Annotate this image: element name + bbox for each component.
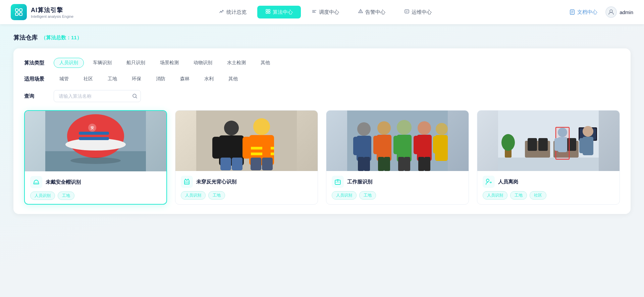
algo-card-header-workwear: 工作服识别 bbox=[332, 176, 463, 188]
svg-point-115 bbox=[486, 179, 489, 182]
filter-tag-scene-other[interactable]: 其他 bbox=[223, 74, 244, 84]
svg-rect-47 bbox=[232, 158, 243, 170]
algo-card-workwear[interactable]: 工作服识别 人员识别 工地 bbox=[326, 110, 469, 205]
filter-tag-person[interactable]: 人员识别 bbox=[54, 58, 84, 68]
filter-tag-type-other[interactable]: 其他 bbox=[255, 58, 276, 68]
filter-tag-forest[interactable]: 森林 bbox=[174, 74, 195, 84]
algo-tag-workwear-0: 人员识别 bbox=[332, 191, 357, 200]
algo-card-header-vest: 未穿反光背心识别 bbox=[181, 176, 312, 188]
app-title: AI算法引擎 bbox=[31, 6, 73, 14]
svg-point-75 bbox=[436, 123, 448, 135]
admin-area[interactable]: admin bbox=[605, 6, 633, 18]
svg-rect-1 bbox=[19, 9, 22, 11]
svg-rect-66 bbox=[386, 136, 391, 154]
svg-point-67 bbox=[397, 120, 412, 135]
algo-card-img-helmet: 安 bbox=[25, 111, 166, 171]
algo-tag-leaving-0: 人员识别 bbox=[483, 191, 507, 200]
svg-point-48 bbox=[253, 118, 270, 135]
algo-card-tags-person-leaving: 人员识别 工地 社区 bbox=[483, 191, 614, 200]
filter-tag-site[interactable]: 工地 bbox=[102, 74, 123, 84]
svg-point-59 bbox=[357, 122, 371, 136]
schedule-icon bbox=[312, 9, 317, 15]
svg-rect-65 bbox=[373, 136, 379, 154]
stats-icon bbox=[219, 9, 224, 15]
doc-center-link[interactable]: 文档中心 bbox=[569, 9, 597, 15]
nav-ops-label: 运维中心 bbox=[412, 9, 432, 15]
nav-alert-label: 告警中心 bbox=[365, 9, 385, 15]
filter-section: 算法类型 人员识别 车辆识别 船只识别 场景检测 动物识别 水土检测 其他 适用… bbox=[24, 58, 620, 102]
filter-tag-ship[interactable]: 船只识别 bbox=[121, 58, 151, 68]
svg-point-9 bbox=[221, 12, 222, 13]
svg-rect-85 bbox=[424, 157, 430, 171]
logo-area: AI算法引擎 Intelligent analysis Engine bbox=[11, 4, 85, 20]
svg-rect-54 bbox=[251, 158, 261, 170]
svg-rect-55 bbox=[262, 158, 273, 170]
algo-tag-leaving-1: 工地 bbox=[510, 191, 527, 200]
svg-rect-61 bbox=[353, 137, 359, 155]
algo-tag-helmet-1: 工地 bbox=[58, 192, 74, 200]
svg-rect-83 bbox=[404, 157, 410, 171]
svg-rect-20 bbox=[405, 10, 409, 13]
filter-tag-fire[interactable]: 消防 bbox=[150, 74, 171, 84]
algo-type-label: 算法类型 bbox=[24, 60, 48, 66]
filter-tag-city[interactable]: 城管 bbox=[54, 74, 74, 84]
svg-rect-81 bbox=[384, 157, 390, 171]
filter-tag-water[interactable]: 水利 bbox=[199, 74, 219, 84]
nav-item-stats[interactable]: 统计总览 bbox=[211, 6, 255, 18]
header: AI算法引擎 Intelligent analysis Engine 统计总览 bbox=[0, 0, 644, 24]
filter-tag-soil[interactable]: 水土检测 bbox=[221, 58, 252, 68]
algo-card-info-helmet: 未戴安全帽识别 人员识别 工地 bbox=[25, 171, 166, 204]
filter-tag-scene[interactable]: 场景检测 bbox=[154, 58, 184, 68]
filter-tag-community[interactable]: 社区 bbox=[78, 74, 99, 84]
algo-card-header-helmet: 未戴安全帽识别 bbox=[30, 176, 161, 188]
admin-name: admin bbox=[620, 9, 633, 15]
search-button[interactable] bbox=[132, 93, 138, 99]
page-title: 算法仓库 （算法总数：11） bbox=[13, 34, 631, 42]
nav-item-schedule[interactable]: 调度中心 bbox=[304, 6, 347, 18]
filter-tag-vehicle[interactable]: 车辆识别 bbox=[87, 58, 117, 68]
algo-type-filter-row: 算法类型 人员识别 车辆识别 船只识别 场景检测 动物识别 水土检测 其他 bbox=[24, 58, 620, 68]
search-input[interactable] bbox=[54, 90, 141, 102]
svg-point-107 bbox=[558, 128, 567, 137]
algo-card-info-vest: 未穿反光背心识别 人员识别 工地 bbox=[175, 171, 318, 204]
svg-point-63 bbox=[377, 121, 391, 135]
svg-rect-13 bbox=[266, 12, 268, 13]
algo-card-vest[interactable]: 未穿反光背心识别 人员识别 工地 bbox=[175, 110, 318, 205]
logo-text: AI算法引擎 Intelligent analysis Engine bbox=[31, 6, 73, 18]
filter-tag-env[interactable]: 环保 bbox=[126, 74, 147, 84]
svg-rect-11 bbox=[266, 9, 268, 11]
ops-icon bbox=[404, 9, 410, 15]
svg-point-19 bbox=[360, 12, 361, 13]
svg-rect-73 bbox=[414, 136, 419, 154]
svg-rect-35 bbox=[79, 132, 109, 135]
algo-tag-workwear-1: 工地 bbox=[359, 191, 376, 200]
algo-card-name-helmet: 未戴安全帽识别 bbox=[46, 179, 81, 185]
svg-rect-45 bbox=[232, 137, 240, 159]
svg-rect-110 bbox=[562, 138, 567, 151]
algo-tag-leaving-2: 社区 bbox=[530, 191, 546, 200]
nav-item-ops[interactable]: 运维中心 bbox=[396, 6, 440, 18]
filter-tag-animal[interactable]: 动物识别 bbox=[188, 58, 218, 68]
algo-card-helmet[interactable]: 安 未戴安全帽识别 bbox=[24, 110, 167, 205]
svg-point-8 bbox=[220, 11, 221, 12]
algo-card-header-person-leaving: 人员离岗 bbox=[483, 176, 614, 188]
svg-point-111 bbox=[583, 126, 593, 137]
svg-point-103 bbox=[501, 134, 515, 151]
algo-icon bbox=[265, 9, 271, 15]
nav-item-algo[interactable]: 算法中心 bbox=[257, 6, 301, 18]
algo-card-info-workwear: 工作服识别 人员识别 工地 bbox=[326, 171, 469, 204]
algo-card-tags-vest: 人员识别 工地 bbox=[181, 191, 312, 200]
alert-icon bbox=[358, 9, 363, 15]
algo-card-icon-helmet bbox=[30, 176, 42, 188]
svg-rect-99 bbox=[538, 138, 548, 151]
svg-rect-62 bbox=[366, 137, 371, 155]
svg-rect-0 bbox=[15, 9, 18, 11]
svg-rect-69 bbox=[393, 136, 399, 154]
svg-line-29 bbox=[136, 97, 137, 98]
nav-item-alert[interactable]: 告警中心 bbox=[350, 6, 393, 18]
algo-card-person-leaving[interactable]: 人员离岗 人员识别 工地 社区 bbox=[477, 110, 620, 205]
svg-rect-77 bbox=[433, 136, 437, 154]
svg-point-39 bbox=[70, 157, 121, 164]
svg-rect-74 bbox=[426, 136, 432, 154]
svg-rect-95 bbox=[498, 158, 599, 171]
